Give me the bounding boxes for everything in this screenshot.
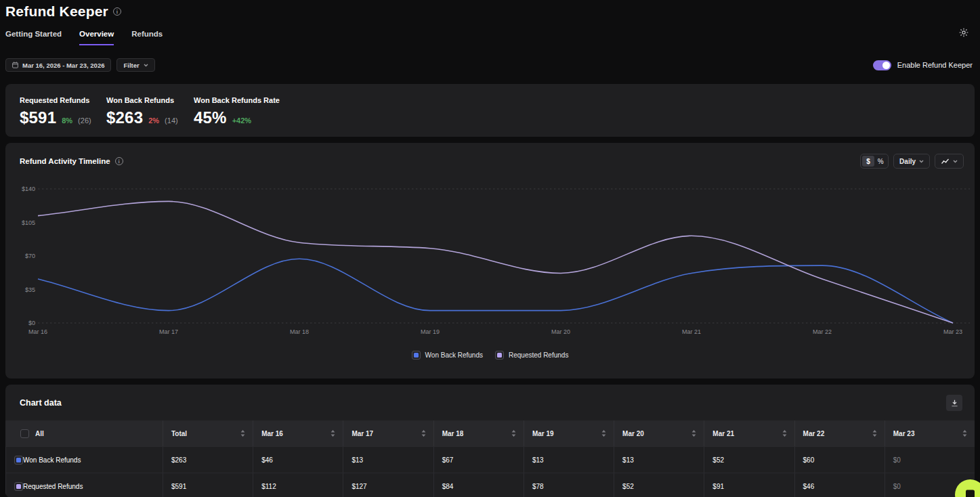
- row-label: Requested Refunds: [23, 483, 83, 490]
- table-header-mar-21[interactable]: Mar 21: [704, 420, 794, 446]
- chart-controls: $% Daily: [860, 154, 964, 169]
- row-swatch: [16, 458, 21, 462]
- stat-card-0: Requested Refunds$5918%(26): [20, 96, 106, 137]
- stat-value: $591: [20, 108, 56, 127]
- title-info-icon[interactable]: i: [113, 7, 121, 16]
- download-button[interactable]: [946, 395, 962, 411]
- sort-icon[interactable]: [331, 430, 335, 437]
- tab-overview[interactable]: Overview: [79, 30, 114, 45]
- unit-option-dollar[interactable]: $: [862, 156, 874, 167]
- table-header-mar-19[interactable]: Mar 19: [524, 420, 614, 446]
- series-line-requested-refunds: [38, 201, 953, 323]
- chart-title: Refund Activity Timeline: [20, 157, 110, 165]
- legend-label: Won Back Refunds: [425, 351, 483, 359]
- sort-icon[interactable]: [872, 430, 877, 437]
- sort-icon[interactable]: [691, 430, 696, 437]
- app-header: Refund Keeper i: [5, 0, 975, 20]
- x-axis-tick: Mar 19: [421, 328, 440, 335]
- sort-icon[interactable]: [421, 430, 426, 437]
- date-range-picker[interactable]: Mar 16, 2026 - Mar 23, 2026: [5, 58, 111, 72]
- table-cell: $91: [704, 473, 794, 497]
- sort-icon[interactable]: [782, 430, 787, 437]
- filter-label: Filter: [123, 62, 139, 69]
- table-cell: $67: [433, 446, 524, 473]
- legend-item-requested-refunds[interactable]: Requested Refunds: [495, 351, 568, 360]
- chart-header: Refund Activity Timeline i $% Daily: [5, 143, 975, 169]
- table-cell: $127: [343, 473, 433, 497]
- x-axis-tick: Mar 18: [290, 328, 309, 335]
- table-cell: $0: [885, 446, 975, 473]
- column-label: Mar 20: [622, 430, 644, 437]
- stat-value: 45%: [194, 108, 227, 127]
- date-range-label: Mar 16, 2026 - Mar 23, 2026: [22, 62, 104, 69]
- table-header-mar-23[interactable]: Mar 23: [885, 420, 975, 446]
- stat-delta: 2%: [148, 116, 159, 125]
- row-label: Won Back Refunds: [23, 456, 81, 464]
- stat-value-row: $5918%(26): [20, 108, 106, 127]
- calendar-icon: [12, 62, 18, 68]
- table-cell: $46: [253, 446, 343, 473]
- legend-swatch: [497, 353, 502, 358]
- table-header-mar-17[interactable]: Mar 17: [343, 420, 433, 446]
- tab-refunds[interactable]: Refunds: [131, 30, 163, 45]
- row-checkbox[interactable]: [14, 456, 23, 464]
- table-cell: $13: [614, 446, 704, 473]
- legend-item-won-back-refunds[interactable]: Won Back Refunds: [412, 351, 483, 360]
- page: Refund Keeper i Getting StartedOverviewR…: [0, 0, 980, 497]
- download-icon: [951, 399, 958, 407]
- stat-delta: 8%: [62, 116, 72, 125]
- controls-right: Enable Refund Keeper: [873, 60, 975, 70]
- settings-gear-icon[interactable]: [958, 27, 969, 38]
- controls-row: Mar 16, 2026 - Mar 23, 2026 Filter Enabl…: [5, 58, 975, 72]
- stat-value-row: $2632%(14): [106, 108, 194, 127]
- legend-swatch: [414, 353, 419, 358]
- row-checkbox[interactable]: [14, 482, 23, 491]
- table-header-mar-18[interactable]: Mar 18: [433, 420, 524, 446]
- enable-refund-keeper-toggle[interactable]: [873, 60, 891, 70]
- table-cell: $13: [524, 446, 614, 473]
- table-header-all: All: [5, 420, 163, 446]
- chart-data-table: AllTotalMar 16Mar 17Mar 18Mar 19Mar 20Ma…: [5, 420, 975, 497]
- chevron-down-icon: [953, 160, 958, 163]
- page-title: Refund Keeper: [5, 3, 108, 20]
- tab-getting-started[interactable]: Getting Started: [5, 30, 62, 45]
- refund-timeline-chart[interactable]: $140$105$70$35$0Mar 16Mar 17Mar 18Mar 19…: [5, 180, 975, 340]
- table-header-mar-16[interactable]: Mar 16: [253, 420, 343, 446]
- table-header-mar-20[interactable]: Mar 20: [614, 420, 704, 446]
- line-chart-icon: [941, 158, 950, 165]
- stat-label: Requested Refunds: [20, 96, 106, 104]
- granularity-dropdown[interactable]: Daily: [893, 154, 930, 169]
- row-swatch: [16, 484, 21, 489]
- table-cell: $591: [163, 473, 253, 497]
- toggle-label: Enable Refund Keeper: [897, 61, 973, 69]
- y-axis-tick: $0: [28, 320, 35, 326]
- sort-icon[interactable]: [962, 430, 967, 437]
- column-label: Mar 23: [893, 430, 915, 437]
- series-line-won-back-refunds: [38, 259, 953, 323]
- stat-card-2: Won Back Refunds Rate45%+42%: [194, 96, 329, 137]
- table-cell: $84: [433, 473, 524, 497]
- table-cell: $13: [343, 446, 433, 473]
- table-cell: $60: [794, 446, 885, 473]
- sort-icon[interactable]: [601, 430, 606, 437]
- table-header-mar-22[interactable]: Mar 22: [794, 420, 885, 446]
- stat-value-row: 45%+42%: [194, 108, 329, 127]
- column-label: Mar 18: [442, 430, 464, 437]
- y-axis-tick: $140: [22, 186, 35, 192]
- sort-icon[interactable]: [240, 430, 245, 437]
- chart-type-dropdown[interactable]: [935, 154, 964, 169]
- stat-card-1: Won Back Refunds$2632%(14): [106, 96, 194, 137]
- x-axis-tick: Mar 17: [159, 328, 178, 335]
- unit-option-percent[interactable]: %: [874, 156, 887, 167]
- filter-button[interactable]: Filter: [116, 58, 154, 72]
- select-all-checkbox[interactable]: [20, 429, 29, 438]
- chart-title-wrap: Refund Activity Timeline i: [20, 157, 123, 165]
- sort-icon[interactable]: [511, 430, 516, 437]
- table-cell: $263: [163, 446, 253, 473]
- chevron-down-icon: [144, 64, 148, 67]
- legend-label: Requested Refunds: [509, 351, 568, 359]
- y-axis-tick: $105: [22, 219, 35, 226]
- chevron-down-icon: [919, 160, 924, 163]
- table-header-total[interactable]: Total: [163, 420, 253, 446]
- chart-info-icon[interactable]: i: [115, 157, 123, 165]
